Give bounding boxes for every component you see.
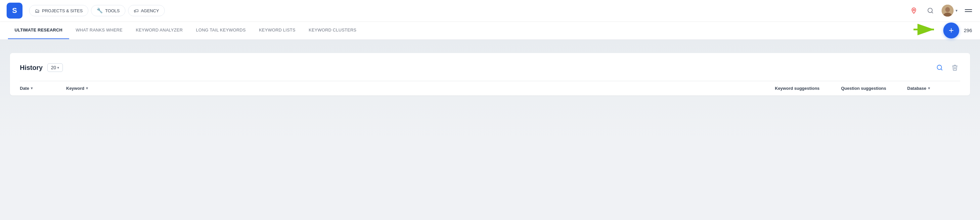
- col-date-label: Date: [20, 86, 29, 91]
- history-section: History 20 ▾: [10, 53, 970, 95]
- tab-what-ranks-where[interactable]: WHAT RANKS WHERE: [69, 21, 129, 39]
- tab-ultimate-research[interactable]: ULTIMATE RESEARCH: [8, 21, 69, 39]
- agency-icon: 🏷: [134, 8, 138, 14]
- tabs-list: ULTIMATE RESEARCH WHAT RANKS WHERE KEYWO…: [8, 21, 913, 39]
- col-keyword-label: Keyword: [66, 86, 84, 91]
- history-title: History: [20, 64, 43, 72]
- svg-point-3: [945, 7, 950, 12]
- tab-keyword-lists[interactable]: KEYWORD LISTS: [253, 21, 302, 39]
- nav-tools[interactable]: 🔧 TOOLS: [91, 5, 126, 16]
- nav-agency[interactable]: 🏷 AGENCY: [128, 5, 165, 16]
- tools-icon: 🔧: [97, 8, 103, 14]
- search-nav-icon[interactable]: [925, 5, 935, 16]
- add-arrow-container: + 296: [913, 22, 972, 39]
- nav-right: ▾: [908, 5, 974, 16]
- hamburger-menu-icon[interactable]: [964, 8, 974, 13]
- history-count-value: 20: [51, 65, 56, 70]
- col-keyword-header[interactable]: Keyword ▾: [66, 86, 775, 91]
- date-sort-icon: ▾: [31, 86, 33, 90]
- nav-projects-sites-label: PROJECTS & SITES: [42, 8, 83, 13]
- logo-letter: S: [12, 6, 17, 15]
- nav-tools-label: TOOLS: [105, 8, 120, 13]
- add-new-button[interactable]: +: [943, 22, 959, 39]
- avatar-chevron-icon: ▾: [956, 8, 958, 13]
- history-header: History 20 ▾: [20, 62, 960, 73]
- user-avatar: [942, 5, 953, 16]
- history-search-icon[interactable]: [934, 62, 945, 73]
- tab-keyword-analyzer[interactable]: KEYWORD ANALYZER: [129, 21, 189, 39]
- top-nav: S 🗂 PROJECTS & SITES 🔧 TOOLS 🏷 AGENCY: [0, 0, 980, 21]
- tab-long-tail-keywords[interactable]: LONG TAIL KEYWORDS: [189, 21, 252, 39]
- tab-keyword-clusters[interactable]: KEYWORD CLUSTERS: [302, 21, 363, 39]
- table-header: Date ▾ Keyword ▾ Keyword suggestions Que…: [20, 81, 960, 95]
- col-database-label: Database: [907, 86, 926, 91]
- history-actions: [934, 62, 960, 73]
- col-keyword-suggestions-header: Keyword suggestions: [775, 86, 841, 91]
- col-keyword-suggestions-label: Keyword suggestions: [775, 86, 819, 91]
- col-question-suggestions-label: Question suggestions: [841, 86, 886, 91]
- user-avatar-container[interactable]: ▾: [942, 5, 958, 16]
- col-question-suggestions-header: Question suggestions: [841, 86, 907, 91]
- green-arrow-icon: [913, 23, 940, 38]
- history-count-chevron-icon: ▾: [57, 66, 59, 70]
- col-date-header[interactable]: Date ▾: [20, 86, 66, 91]
- history-count-dropdown[interactable]: 20 ▾: [47, 63, 63, 72]
- location-icon[interactable]: [908, 5, 919, 16]
- keyword-sort-icon: ▾: [86, 86, 88, 90]
- col-database-header[interactable]: Database ▾: [907, 86, 960, 91]
- nav-agency-label: AGENCY: [141, 8, 159, 13]
- nav-items: 🗂 PROJECTS & SITES 🔧 TOOLS 🏷 AGENCY: [29, 5, 908, 16]
- count-badge: 296: [964, 27, 972, 33]
- history-title-group: History 20 ▾: [20, 63, 63, 72]
- svg-point-0: [913, 9, 915, 11]
- nav-projects-sites[interactable]: 🗂 PROJECTS & SITES: [29, 5, 88, 16]
- tabs-bar: ULTIMATE RESEARCH WHAT RANKS WHERE KEYWO…: [0, 21, 980, 40]
- projects-sites-icon: 🗂: [35, 8, 40, 14]
- database-sort-icon: ▾: [928, 86, 930, 90]
- history-delete-icon[interactable]: [950, 62, 960, 73]
- logo-button[interactable]: S: [6, 3, 22, 19]
- main-content: History 20 ▾: [0, 40, 980, 139]
- tabs-right-actions: + 296: [913, 22, 972, 39]
